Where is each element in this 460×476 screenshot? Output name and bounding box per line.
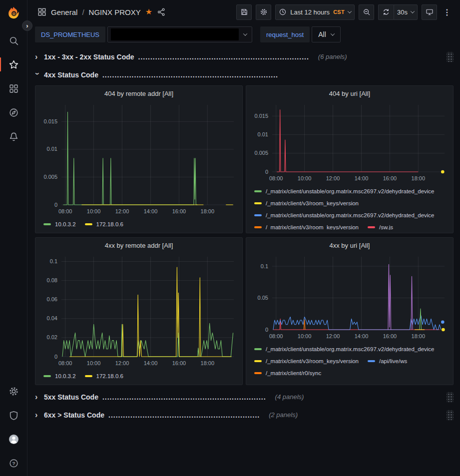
legend-row: /_matrix/client/unstable/org.matrix.msc2…: [254, 185, 449, 197]
variable-ds-prometheus: DS_PROMETHEUS: [35, 26, 252, 42]
series-color-swatch: [368, 360, 375, 362]
ds-prometheus-label[interactable]: DS_PROMETHEUS: [35, 26, 105, 42]
kebab-menu-button[interactable]: ⋮: [441, 4, 453, 20]
refresh-interval-select[interactable]: 30s: [394, 4, 418, 20]
grafana-logo-icon[interactable]: [7, 6, 20, 19]
legend-item[interactable]: /api/live/ws: [368, 358, 407, 364]
series-label: /api/live/ws: [379, 358, 407, 364]
legend-item[interactable]: /_matrix/client/v3/room_keys/version: [254, 358, 359, 364]
sidebar-item-starred[interactable]: [7, 58, 19, 70]
svg-text:0: 0: [265, 169, 268, 175]
row-header-5xx[interactable]: › 5xx Status Code ......................…: [35, 390, 454, 404]
sidebar-item-server-admin[interactable]: [7, 409, 19, 421]
row-title: 5xx Status Code: [44, 393, 98, 401]
svg-text:14:00: 14:00: [355, 333, 369, 339]
series-label: 172.18.0.6: [96, 373, 123, 379]
series-color-swatch: [254, 226, 262, 228]
dashboard-canvas: › 1xx - 3xx - 2xx Status Code ..........…: [27, 47, 460, 476]
search-icon[interactable]: [7, 34, 19, 46]
legend-item[interactable]: /sw.js: [368, 224, 393, 230]
panel-4xx-by-remote-addr: 4xx by remote addr [All] 00.020.040.060.…: [35, 237, 243, 385]
page-title[interactable]: NGINX PROXY: [89, 8, 141, 16]
legend-item[interactable]: 10.0.3.2: [43, 221, 76, 227]
sidebar-expand-button[interactable]: ›: [22, 20, 32, 31]
svg-text:0.015: 0.015: [43, 118, 57, 124]
svg-text:08:00: 08:00: [58, 208, 72, 214]
chevron-right-icon: ›: [35, 53, 40, 61]
sidebar-item-configuration[interactable]: [7, 385, 19, 397]
refresh-button[interactable]: [378, 4, 394, 20]
dashboards-grid-icon[interactable]: [37, 7, 46, 16]
time-series-chart[interactable]: 00.0050.010.01508:0010:0012:0014:0016:00…: [250, 100, 449, 184]
sidebar-item-alerting[interactable]: [7, 130, 19, 142]
svg-text:10:00: 10:00: [87, 360, 101, 366]
svg-text:14:00: 14:00: [144, 208, 158, 214]
main-area: General / NGINX PROXY ★ Last 12 hours: [27, 0, 460, 476]
series-label: /_matrix/client/unstable/org.matrix.msc2…: [266, 212, 435, 218]
row-title-leader: ........................................…: [108, 411, 260, 419]
svg-text:08:00: 08:00: [269, 333, 283, 339]
legend-item[interactable]: /_matrix/client/unstable/org.matrix.msc2…: [254, 188, 435, 194]
series-color-swatch: [85, 223, 92, 225]
share-icon[interactable]: [157, 7, 166, 16]
refresh-group: 30s: [378, 4, 418, 20]
row-title-leader: ........................................…: [102, 71, 278, 79]
row-drag-handle[interactable]: [447, 392, 454, 402]
series-label: 172.18.0.6: [96, 221, 123, 227]
row-header-4xx[interactable]: › 4xx Status Code ......................…: [35, 67, 454, 82]
time-series-chart[interactable]: 00.050.108:0010:0012:0014:0016:0018:00: [250, 252, 449, 342]
legend-item[interactable]: 10.0.3.2: [43, 373, 76, 379]
series-label: 10.0.3.2: [55, 373, 76, 379]
svg-text:0.08: 0.08: [47, 277, 57, 283]
legend-item[interactable]: 172.18.0.6: [85, 373, 123, 379]
tv-mode-button[interactable]: [422, 4, 437, 20]
save-dashboard-button[interactable]: [236, 4, 252, 20]
sidebar: ?: [0, 0, 27, 476]
sidebar-item-explore[interactable]: [7, 106, 19, 118]
favorite-star-icon[interactable]: ★: [145, 8, 152, 16]
time-series-chart[interactable]: 00.020.040.060.080.108:0010:0012:0014:00…: [39, 252, 238, 369]
variable-request-host: request_host All: [260, 26, 341, 42]
row-header-6xx[interactable]: › 6xx > Status Code ....................…: [35, 408, 454, 422]
help-icon[interactable]: ?: [7, 457, 19, 469]
request-host-label[interactable]: request_host: [260, 26, 310, 42]
time-series-chart[interactable]: 00.0050.010.01508:0010:0012:0014:0016:00…: [39, 100, 238, 217]
panel-title[interactable]: 4xx by uri [All]: [250, 241, 449, 252]
legend-row: /_matrix/client/unstable/org.matrix.msc2…: [254, 379, 449, 382]
breadcrumb-folder[interactable]: General: [51, 8, 77, 16]
request-host-select[interactable]: All: [312, 26, 341, 42]
row-drag-handle[interactable]: [447, 410, 454, 420]
series-color-swatch: [254, 372, 262, 374]
row-header-1xx-3xx-2xx[interactable]: › 1xx - 3xx - 2xx Status Code ..........…: [35, 49, 454, 64]
legend-item[interactable]: /_matrix/client/r0/sync: [254, 370, 321, 376]
legend-item[interactable]: /_matrix/client/v3/room_keys/version: [254, 224, 359, 230]
zoom-out-time-button[interactable]: [359, 4, 374, 20]
dashboard-settings-button[interactable]: [256, 4, 271, 20]
time-range-label: Last 12 hours: [290, 8, 330, 16]
svg-text:08:00: 08:00: [58, 360, 72, 366]
panel-title[interactable]: 4xx by remote addr [All]: [39, 241, 238, 252]
row-drag-handle[interactable]: [447, 52, 454, 62]
legend-row: /_matrix/client/r0/sync: [254, 367, 449, 379]
time-range-picker[interactable]: Last 12 hours CST: [275, 4, 355, 20]
legend-item[interactable]: /_matrix/client/v3/room_keys/version: [254, 200, 359, 206]
svg-text:0.02: 0.02: [47, 334, 57, 340]
series-label: /_matrix/client/v3/room_keys/version: [266, 200, 359, 206]
panel-title[interactable]: 404 by remote addr [All]: [39, 89, 238, 100]
svg-text:0.06: 0.06: [47, 296, 57, 302]
panel-title[interactable]: 404 by uri [All]: [250, 89, 449, 100]
svg-text:12:00: 12:00: [326, 175, 340, 181]
legend-item[interactable]: /_matrix/client/unstable/org.matrix.msc2…: [254, 212, 435, 218]
series-label: /_matrix/client/unstable/org.matrix.msc2…: [266, 188, 435, 194]
series-color-swatch: [43, 375, 51, 377]
ds-prometheus-select[interactable]: [107, 26, 252, 42]
legend-item[interactable]: /_matrix/client/unstable/org.matrix.msc2…: [254, 346, 435, 352]
user-avatar[interactable]: [7, 433, 19, 445]
chevron-down-icon: ›: [35, 72, 41, 77]
svg-text:14:00: 14:00: [144, 360, 158, 366]
svg-text:0: 0: [265, 327, 268, 333]
sidebar-item-dashboards[interactable]: [7, 82, 19, 94]
series-color-swatch: [254, 190, 262, 192]
legend-item[interactable]: 172.18.0.6: [85, 221, 123, 227]
row-title: 4xx Status Code: [44, 71, 98, 79]
